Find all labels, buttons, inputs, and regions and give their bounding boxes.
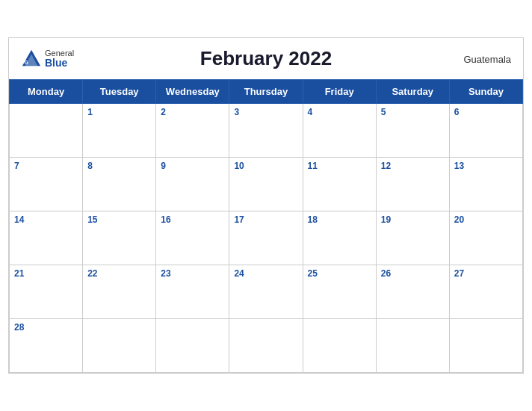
calendar-cell: 10 bbox=[229, 158, 303, 211]
header-thursday: Thursday bbox=[229, 80, 303, 104]
month-title: February 2022 bbox=[200, 47, 332, 70]
day-number: 23 bbox=[161, 268, 224, 279]
calendar-cell bbox=[449, 319, 522, 373]
calendar-cell bbox=[10, 104, 83, 158]
calendar-cell: 17 bbox=[229, 211, 303, 265]
day-number: 15 bbox=[87, 214, 151, 225]
calendar-cell: 9 bbox=[156, 158, 229, 211]
calendar-cell: 14 bbox=[10, 211, 83, 265]
calendar-cell: 13 bbox=[449, 158, 522, 211]
day-number: 16 bbox=[161, 214, 224, 225]
day-number: 2 bbox=[161, 107, 224, 117]
calendar-cell: 5 bbox=[376, 104, 449, 158]
day-number: 9 bbox=[161, 161, 224, 171]
day-number: 21 bbox=[14, 268, 78, 279]
header-tuesday: Tuesday bbox=[83, 80, 156, 104]
day-number: 18 bbox=[308, 214, 371, 225]
calendar-cell: 27 bbox=[449, 265, 522, 319]
logo-text: General Blue bbox=[45, 49, 74, 69]
day-number: 12 bbox=[381, 161, 445, 171]
country-label: Guatemala bbox=[463, 53, 511, 64]
calendar-week-row: 123456 bbox=[10, 104, 523, 158]
day-number: 8 bbox=[87, 161, 151, 171]
calendar-cell: 20 bbox=[449, 211, 522, 265]
day-number: 25 bbox=[308, 268, 371, 279]
logo-icon: G bbox=[21, 49, 42, 69]
day-number: 13 bbox=[454, 161, 518, 171]
calendar-cell: 26 bbox=[376, 265, 449, 319]
calendar-cell: 23 bbox=[156, 265, 229, 319]
calendar-header: G General Blue February 2022 Guatemala bbox=[9, 38, 523, 79]
calendar-cell: 21 bbox=[10, 265, 83, 319]
day-number: 7 bbox=[14, 161, 78, 171]
calendar-cell: 19 bbox=[376, 211, 449, 265]
logo-blue-label: Blue bbox=[45, 58, 74, 69]
calendar-cell: 24 bbox=[229, 265, 303, 319]
day-number: 17 bbox=[234, 214, 297, 225]
calendar-cell: 11 bbox=[303, 158, 376, 211]
calendar-cell: 4 bbox=[303, 104, 376, 158]
calendar-cell bbox=[229, 319, 303, 373]
day-number: 19 bbox=[381, 214, 445, 225]
day-number: 5 bbox=[381, 107, 445, 117]
calendar-cell: 16 bbox=[156, 211, 229, 265]
header-friday: Friday bbox=[303, 80, 376, 104]
calendar-cell: 12 bbox=[376, 158, 449, 211]
calendar-cell: 7 bbox=[10, 158, 83, 211]
day-number: 26 bbox=[381, 268, 445, 279]
calendar-cell bbox=[303, 319, 376, 373]
calendar-cell bbox=[156, 319, 229, 373]
day-number: 20 bbox=[454, 214, 518, 225]
day-number: 14 bbox=[14, 214, 78, 225]
calendar-cell: 28 bbox=[10, 319, 83, 373]
calendar-cell: 1 bbox=[83, 104, 156, 158]
calendar-cell: 6 bbox=[449, 104, 522, 158]
calendar-cell: 22 bbox=[83, 265, 156, 319]
header-saturday: Saturday bbox=[376, 80, 449, 104]
weekday-header-row: Monday Tuesday Wednesday Thursday Friday… bbox=[10, 80, 523, 104]
day-number: 6 bbox=[454, 107, 518, 117]
calendar-week-row: 28 bbox=[10, 319, 523, 373]
svg-text:G: G bbox=[25, 59, 28, 64]
day-number: 3 bbox=[234, 107, 297, 117]
day-number: 1 bbox=[87, 107, 151, 117]
calendar-cell: 2 bbox=[156, 104, 229, 158]
calendar-week-row: 21222324252627 bbox=[10, 265, 523, 319]
calendar-cell bbox=[376, 319, 449, 373]
logo: G General Blue bbox=[21, 49, 74, 69]
calendar-cell bbox=[83, 319, 156, 373]
calendar-table: Monday Tuesday Wednesday Thursday Friday… bbox=[9, 79, 523, 373]
calendar-cell: 25 bbox=[303, 265, 376, 319]
day-number: 22 bbox=[87, 268, 151, 279]
calendar-cell: 15 bbox=[83, 211, 156, 265]
calendar-cell: 18 bbox=[303, 211, 376, 265]
header-wednesday: Wednesday bbox=[156, 80, 229, 104]
calendar-week-row: 14151617181920 bbox=[10, 211, 523, 265]
header-sunday: Sunday bbox=[449, 80, 522, 104]
calendar-cell: 8 bbox=[83, 158, 156, 211]
day-number: 10 bbox=[234, 161, 297, 171]
day-number: 11 bbox=[308, 161, 371, 171]
day-number: 24 bbox=[234, 268, 297, 279]
calendar-cell: 3 bbox=[229, 104, 303, 158]
day-number: 4 bbox=[308, 107, 371, 117]
header-monday: Monday bbox=[10, 80, 83, 104]
day-number: 27 bbox=[454, 268, 518, 279]
day-number: 28 bbox=[14, 322, 78, 333]
calendar-week-row: 78910111213 bbox=[10, 158, 523, 211]
calendar: G General Blue February 2022 Guatemala M… bbox=[8, 37, 524, 374]
